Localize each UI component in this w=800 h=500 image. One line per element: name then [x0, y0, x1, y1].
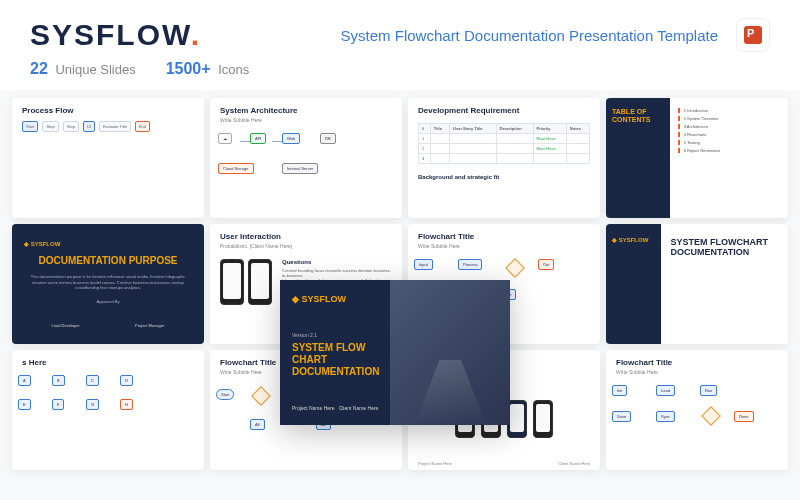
stat-slides: 22 Unique Slides [30, 60, 136, 78]
phone-icon [248, 259, 272, 305]
toc-item: 4 Flowcharts [678, 132, 780, 137]
flow-box: Load [656, 385, 675, 396]
decision-icon [701, 406, 721, 426]
phone-icon [220, 259, 244, 305]
th: User Story Title [450, 124, 497, 134]
t8-right: SYSTEM FLOWCHART DOCUMENTATION [661, 224, 788, 344]
project-name: Project Name Here [418, 461, 452, 466]
thumb-doc-purpose: ◆ SYSFLOW DOCUMENTATION PURPOSE This doc… [12, 224, 204, 344]
flow-node: UI [83, 121, 95, 132]
flow-box: G [86, 399, 99, 410]
phone-mockups [220, 259, 272, 305]
q-item: Creative branding focus channels success… [282, 268, 392, 278]
decision-icon [251, 386, 271, 406]
flow-node: Start [22, 121, 38, 132]
th: # [419, 124, 431, 134]
flow-box: Run [700, 385, 717, 396]
cover-title: SYSTEM FLOW CHART DOCUMENTATION [292, 342, 378, 378]
flow-node: Step [63, 121, 79, 132]
thumb-title: Flowchart Title [606, 350, 788, 369]
flow-box: Alt [250, 419, 265, 430]
sig1: Lead Developer [52, 323, 80, 328]
td: 3 [419, 154, 431, 164]
arch-node: DB [320, 133, 336, 144]
q-title: Questions [282, 259, 392, 265]
t8-title: SYSTEM FLOWCHART DOCUMENTATION [671, 238, 778, 258]
subtitle: System Flowchart Documentation Presentat… [341, 27, 718, 44]
thumb-flowchart-4: Flowchart Title Write Subtitle Here Init… [606, 350, 788, 470]
t5-signatures: Lead Developer Project Manager [24, 323, 192, 328]
powerpoint-icon [744, 26, 762, 44]
stat-icons-label: Icons [218, 62, 249, 77]
thumbnail-grid: Process Flow Start Step Step UI Evaluate… [0, 90, 800, 500]
stat-slides-num: 22 [30, 60, 48, 77]
brand-dot: . [191, 18, 201, 51]
thumb-title: User Interaction [210, 224, 402, 243]
cover-version: Version 2.1 [292, 332, 378, 338]
powerpoint-badge [736, 18, 770, 52]
phone-icon [507, 400, 527, 438]
th: Notes [566, 124, 589, 134]
flow-box: Sync [656, 411, 675, 422]
approved-label: Approved By [24, 299, 192, 304]
thumb-dev-requirement: Development Requirement # Title User Sto… [408, 98, 600, 218]
flow-box: E [18, 399, 31, 410]
flow-box: Out [538, 259, 554, 270]
toc-item: 2 System Overview [678, 116, 780, 121]
thumb-title: System Architecture [210, 98, 402, 117]
thumb-body: Start Step Step UI Evaluate Title End [12, 117, 204, 136]
arch-canvas: ☁ API Web DB Cloud Storage Internal Serv… [210, 127, 402, 207]
arch-node: Internal Server [282, 163, 318, 174]
thumb-title: Flowchart Title [408, 224, 600, 243]
flow-canvas: Init Load Run Save Sync Done [606, 379, 788, 459]
toc-item: 3 Architecture [678, 124, 780, 129]
cover-image [390, 280, 510, 425]
thumb-generic-1: s Here A B C D E F G H [12, 350, 204, 470]
t8-brand: ◆ SYSFLOW [612, 236, 655, 243]
cover-brand: ◆ SYSFLOW [292, 294, 378, 304]
header-right: System Flowchart Documentation Presentat… [341, 18, 770, 52]
flow-canvas: A B C D E F G H [12, 369, 204, 449]
thumb-sub: Write Subtitle Here [408, 243, 600, 253]
brand-logo: SYSFLOW. [30, 18, 249, 52]
t5-title: DOCUMENTATION PURPOSE [24, 255, 192, 266]
toc-left: TABLE OF CONTENTS [606, 98, 670, 218]
td: Must Have [533, 144, 566, 154]
cover-client: Client Name Here [339, 405, 379, 411]
flow-box: B [52, 375, 65, 386]
thumb-title: Process Flow [12, 98, 204, 117]
flow-node: Step [42, 121, 58, 132]
footer-meta: Project Name Here Client Name Here [408, 459, 600, 468]
thumb-toc: TABLE OF CONTENTS 1 Introduction 2 Syste… [606, 98, 788, 218]
cover-meta: Project Name Here Client Name Here [292, 405, 378, 411]
arch-node: Web [282, 133, 300, 144]
flow-start: Start [216, 389, 234, 400]
arch-node: Cloud Storage [218, 163, 254, 174]
header-left: SYSFLOW. 22 Unique Slides 1500+ Icons [30, 18, 249, 78]
cover-slide: ◆ SYSFLOW Version 2.1 SYSTEM FLOW CHART … [280, 280, 510, 425]
thumb-sub: Probabilistic. [Client Name Here] [210, 243, 402, 253]
flow-box: Save [612, 411, 631, 422]
stat-icons: 1500+ Icons [166, 60, 250, 78]
flow-box: H [120, 399, 133, 410]
thumb-system-architecture: System Architecture Write Subtitle Here … [210, 98, 402, 218]
flow-box: Done [734, 411, 754, 422]
t5-brand: ◆ SYSFLOW [24, 240, 192, 247]
client-name: Client Name Here [558, 461, 590, 466]
flow-box: F [52, 399, 64, 410]
stat-icons-num: 1500+ [166, 60, 211, 77]
thumb-sys-doc: ◆ SYSFLOW SYSTEM FLOWCHART DOCUMENTATION [606, 224, 788, 344]
thumb-sub: Write Subtitle Here [210, 117, 402, 127]
arch-node: API [250, 133, 266, 144]
decision-icon [505, 258, 525, 278]
stats-row: 22 Unique Slides 1500+ Icons [30, 60, 249, 78]
thumb-title: s Here [12, 350, 204, 369]
thumb-title: Development Requirement [408, 98, 600, 117]
th: Title [430, 124, 449, 134]
toc-item: 1 Introduction [678, 108, 780, 113]
stat-slides-label: Unique Slides [55, 62, 135, 77]
thumb-sub: Write Subtitle Here [606, 369, 788, 379]
flow-box: Input [414, 259, 433, 270]
flow-box: Process [458, 259, 482, 270]
flow-node: Evaluate Title [99, 121, 131, 132]
